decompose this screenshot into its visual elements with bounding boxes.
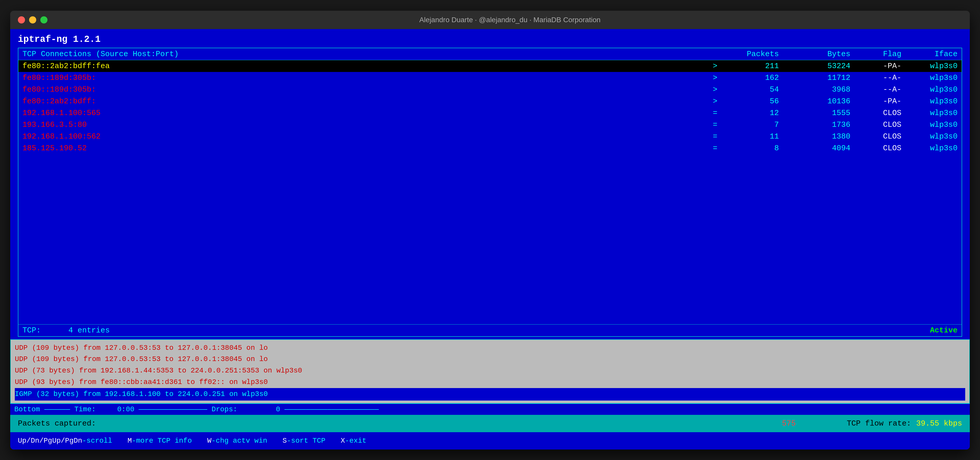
row-bytes: 1380 — [794, 132, 850, 141]
close-button[interactable] — [18, 16, 25, 24]
row-iface: wlp3s0 — [912, 132, 958, 141]
row-dir: = — [708, 144, 723, 152]
udp-panel: UDP (109 bytes) from 127.0.0.53:53 to 12… — [10, 339, 970, 404]
window-title: Alejandro Duarte · @alejandro_du · Maria… — [58, 16, 962, 24]
table-row[interactable]: 193.166.3.5:80 = 7 1736 CLOS wlp3s0 — [18, 119, 962, 131]
app-title: iptraf-ng 1.2.1 — [18, 34, 962, 44]
row-packets: 54 — [723, 85, 779, 94]
bottom-bar-text: Bottom —————— Time: 0:00 ———————————————… — [14, 405, 379, 413]
keybindings-bar: Up/Dn/PgUp/PgDn-scrollM-more TCP infoW-c… — [10, 432, 970, 449]
list-item: IGMP (32 bytes) from 192.168.1.100 to 22… — [15, 388, 965, 401]
tcp-status-active: Active — [930, 326, 958, 335]
row-flag: CLOS — [861, 144, 901, 152]
col-bytes-header: Bytes — [794, 50, 850, 59]
row-dir: > — [708, 85, 723, 94]
row-iface: wlp3s0 — [912, 62, 958, 70]
row-dir: = — [708, 132, 723, 141]
col-flag-header: Flag — [861, 50, 901, 59]
list-item: UDP (109 bytes) from 127.0.0.53:53 to 12… — [15, 343, 965, 354]
flow-label: TCP flow rate: — [847, 419, 911, 428]
row-host: 185.125.190.52 — [22, 144, 708, 152]
keybinding: W-chg actv win — [207, 437, 267, 445]
row-flag: -PA- — [861, 62, 901, 70]
row-host: fe80::2ab2:bdff: — [22, 97, 708, 106]
row-iface: wlp3s0 — [912, 109, 958, 117]
row-dir: > — [708, 62, 723, 70]
tcp-header: TCP Connections (Source Host:Port) Packe… — [18, 48, 962, 60]
keybinding: X-exit — [341, 437, 366, 445]
row-host: 192.168.1.100:562 — [22, 132, 708, 141]
col-iface-header: Iface — [912, 50, 958, 59]
row-packets: 162 — [723, 73, 779, 82]
row-iface: wlp3s0 — [912, 144, 958, 152]
fullscreen-button[interactable] — [40, 16, 48, 24]
row-iface: wlp3s0 — [912, 85, 958, 94]
row-dir: = — [708, 109, 723, 117]
table-row[interactable]: 192.168.1.100:562 = 11 1380 CLOS wlp3s0 — [18, 131, 962, 142]
row-host: 192.168.1.100:565 — [22, 109, 708, 117]
col-packets-header: Packets — [723, 50, 779, 59]
tcp-header-title: TCP Connections (Source Host:Port) — [22, 50, 723, 59]
packets-label: Packets captured: — [18, 419, 772, 428]
table-row[interactable]: fe80::2ab2:bdff:fea > 211 53224 -PA- wlp… — [18, 60, 962, 72]
keybinding: S-sort TCP — [283, 437, 325, 445]
keybinding: Up/Dn/PgUp/PgDn-scroll — [18, 437, 112, 445]
row-host: fe80::2ab2:bdff:fea — [22, 62, 708, 70]
list-item: UDP (109 bytes) from 127.0.0.53:53 to 12… — [15, 354, 965, 365]
titlebar: Alejandro Duarte · @alejandro_du · Maria… — [10, 11, 970, 29]
row-packets: 12 — [723, 109, 779, 117]
table-row[interactable]: fe80::2ab2:bdff: > 56 10136 -PA- wlp3s0 — [18, 95, 962, 107]
row-dir: > — [708, 73, 723, 82]
table-row[interactable]: 192.168.1.100:565 = 12 1555 CLOS wlp3s0 — [18, 107, 962, 119]
row-flag: CLOS — [861, 109, 901, 117]
row-iface: wlp3s0 — [912, 97, 958, 106]
table-row[interactable]: fe80::189d:305b: > 162 11712 --A- wlp3s0 — [18, 72, 962, 84]
row-bytes: 1555 — [794, 109, 850, 117]
row-packets: 7 — [723, 121, 779, 129]
tcp-status-bar: TCP: 4 entries Active — [18, 324, 962, 336]
row-bytes: 53224 — [794, 62, 850, 70]
row-packets: 211 — [723, 62, 779, 70]
row-iface: wlp3s0 — [912, 121, 958, 129]
row-bytes: 11712 — [794, 73, 850, 82]
row-packets: 11 — [723, 132, 779, 141]
main-content: iptraf-ng 1.2.1 TCP Connections (Source … — [10, 29, 970, 339]
row-packets: 8 — [723, 144, 779, 152]
row-dir: > — [708, 97, 723, 106]
minimize-button[interactable] — [29, 16, 36, 24]
stats-bar: Packets captured: 575 TCP flow rate: 39.… — [10, 415, 970, 432]
row-iface: wlp3s0 — [912, 73, 958, 82]
row-flag: CLOS — [861, 121, 901, 129]
table-row[interactable]: fe80::189d:305b: > 54 3968 --A- wlp3s0 — [18, 84, 962, 95]
main-window: Alejandro Duarte · @alejandro_du · Maria… — [10, 11, 970, 449]
row-flag: --A- — [861, 73, 901, 82]
keybinding: M-more TCP info — [127, 437, 192, 445]
row-packets: 56 — [723, 97, 779, 106]
row-flag: --A- — [861, 85, 901, 94]
row-bytes: 10136 — [794, 97, 850, 106]
row-bytes: 1736 — [794, 121, 850, 129]
row-bytes: 4094 — [794, 144, 850, 152]
bottom-bar: Bottom —————— Time: 0:00 ———————————————… — [10, 404, 970, 415]
row-host: fe80::189d:305b: — [22, 73, 708, 82]
table-row[interactable]: 185.125.190.52 = 8 4094 CLOS wlp3s0 — [18, 142, 962, 154]
packets-value: 575 — [782, 419, 796, 428]
row-dir: = — [708, 121, 723, 129]
list-item: UDP (73 bytes) from 192.168.1.44:5353 to… — [15, 365, 965, 377]
row-bytes: 3968 — [794, 85, 850, 94]
row-flag: -PA- — [861, 97, 901, 106]
tcp-status-label: TCP: 4 entries — [22, 326, 110, 335]
tcp-header-cols: Packets Bytes Flag Iface — [723, 50, 958, 59]
list-item: UDP (93 bytes) from fe80::cbb:aa41:d361 … — [15, 377, 965, 388]
row-host: fe80::189d:305b: — [22, 85, 708, 94]
row-host: 193.166.3.5:80 — [22, 121, 708, 129]
flow-value: 39.55 kbps — [916, 419, 962, 428]
row-flag: CLOS — [861, 132, 901, 141]
tcp-rows: fe80::2ab2:bdff:fea > 211 53224 -PA- wlp… — [18, 60, 962, 324]
traffic-lights — [18, 16, 48, 24]
tcp-panel: TCP Connections (Source Host:Port) Packe… — [18, 48, 962, 337]
